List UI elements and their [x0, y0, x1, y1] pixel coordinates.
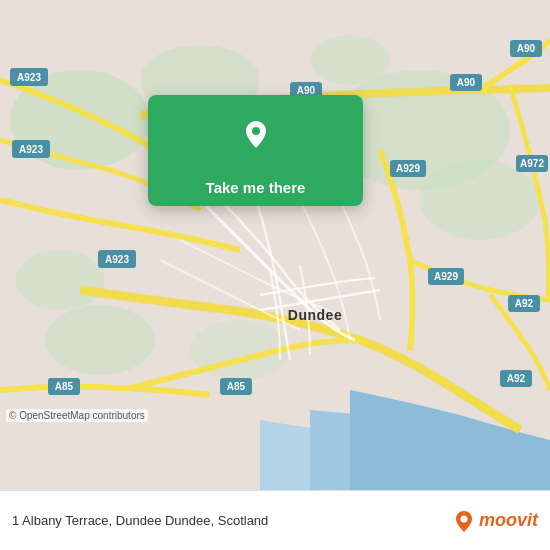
svg-point-38: [460, 515, 467, 522]
info-bar: 1 Albany Terrace, Dundee Dundee, Scotlan…: [0, 490, 550, 550]
svg-text:A92: A92: [515, 298, 534, 309]
svg-text:A90: A90: [517, 43, 536, 54]
address-text: 1 Albany Terrace, Dundee Dundee, Scotlan…: [12, 513, 268, 528]
svg-point-37: [252, 127, 260, 135]
moovit-pin-icon: [453, 510, 475, 532]
svg-text:A929: A929: [434, 271, 458, 282]
svg-text:A90: A90: [457, 77, 476, 88]
svg-point-5: [310, 35, 390, 85]
svg-point-7: [15, 250, 105, 310]
svg-text:A92: A92: [507, 373, 526, 384]
svg-text:A923: A923: [105, 254, 129, 265]
moovit-logo: moovit: [453, 510, 538, 532]
map-container: A923 A923 A923 A90 A90 A90 A929 A929 A97…: [0, 0, 550, 490]
svg-text:Dundee: Dundee: [288, 307, 342, 323]
svg-text:A85: A85: [227, 381, 246, 392]
popup-green-header: [148, 95, 363, 169]
osm-credit: © OpenStreetMap contributors: [6, 409, 148, 422]
popup-card: Take me there: [148, 95, 363, 206]
svg-text:A85: A85: [55, 381, 74, 392]
svg-text:A929: A929: [396, 163, 420, 174]
moovit-brand-name: moovit: [479, 510, 538, 531]
svg-point-6: [45, 305, 155, 375]
svg-text:A972: A972: [520, 158, 544, 169]
svg-text:A923: A923: [19, 144, 43, 155]
location-pin-icon: [235, 113, 277, 155]
svg-text:A923: A923: [17, 72, 41, 83]
take-me-there-button[interactable]: Take me there: [148, 169, 363, 206]
